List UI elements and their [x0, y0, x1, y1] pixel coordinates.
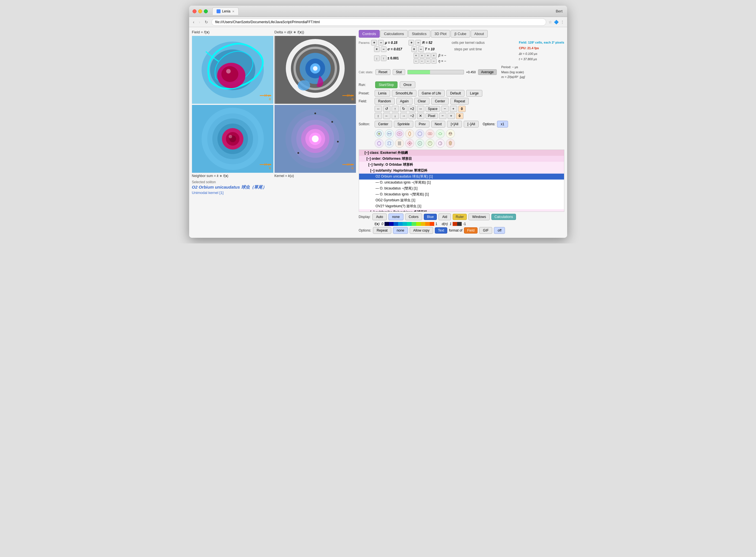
step-up-btn[interactable]: ↑ [381, 55, 387, 61]
field-again-btn[interactable]: Again [396, 98, 413, 105]
display-colors-btn[interactable]: Colors [405, 213, 422, 220]
minus-btn1[interactable]: − [441, 106, 449, 112]
beta-minus4[interactable]: − [431, 59, 436, 64]
delta-canvas[interactable]: 10 px R [274, 36, 356, 104]
soliton-icon-1[interactable] [374, 129, 384, 138]
zero-btn1[interactable]: 0 [458, 106, 466, 112]
sigma-minus-btn[interactable]: − [381, 47, 387, 52]
tab-close-button[interactable]: ✕ [232, 10, 234, 13]
sigma-plus-btn[interactable]: + [374, 47, 380, 52]
soliton-icon-14[interactable] [425, 139, 434, 148]
list-item-bicaudatus-ignis[interactable]: — O. bicaudatus ignis ~(雙尾焰) [1] [359, 192, 564, 197]
beta-plus1[interactable]: + [414, 53, 419, 58]
maximize-button[interactable] [204, 9, 208, 13]
rotate-ccw-btn[interactable]: ↺ [383, 106, 390, 112]
field-random-btn[interactable]: Random [374, 98, 395, 105]
move-right-btn[interactable]: → [400, 113, 407, 119]
tab-betacube[interactable]: β Cube [451, 30, 470, 38]
soliton-icon-2[interactable] [385, 129, 394, 138]
start-stop-btn[interactable]: Start/Stop [375, 82, 397, 88]
species-list[interactable]: [−] class: Exokernel 外核綱 [−] order: Orbi… [359, 150, 564, 212]
options-repeat-btn[interactable]: Repeat [373, 227, 391, 234]
soliton-icon-6[interactable] [425, 129, 434, 138]
soliton-next-btn[interactable]: Next [431, 121, 446, 127]
scale-div2-btn[interactable]: ÷2 [409, 113, 416, 119]
step-down-btn[interactable]: ↓ [374, 55, 380, 61]
preset-gameoflife-btn[interactable]: Game of Life [418, 90, 445, 97]
soliton-icon-12[interactable] [405, 139, 414, 148]
R-plus-btn[interactable]: + [409, 40, 414, 46]
beta-minus1[interactable]: − [414, 59, 419, 64]
soliton-icon-11[interactable] [395, 139, 404, 148]
soliton-sprinkle-btn[interactable]: Sprinkle [394, 121, 413, 127]
soliton-icon-15[interactable] [436, 139, 445, 148]
display-none-btn[interactable]: none [389, 213, 403, 220]
mu-minus-btn[interactable]: − [378, 40, 384, 46]
plus-btn1[interactable]: + [450, 106, 457, 112]
options-none-btn[interactable]: none [393, 227, 408, 234]
field-center-btn[interactable]: Center [431, 98, 449, 105]
display-windows-btn[interactable]: Windows [468, 213, 490, 220]
list-item-subfamily2[interactable]: [−] subfamily: Polyorbinae 多球亞科 [359, 209, 564, 212]
back-button[interactable]: ‹ [192, 19, 195, 25]
soliton-options-x1[interactable]: x1 [497, 121, 508, 127]
soliton-icon-5[interactable] [415, 129, 424, 138]
minimize-button[interactable] [198, 9, 202, 13]
close-button[interactable] [192, 9, 196, 13]
list-item-vagorbium[interactable]: OV2? Vagorbium(?) 遊球虫 [1] [359, 203, 564, 209]
mu-plus-btn[interactable]: + [371, 40, 377, 46]
beta-plus3[interactable]: + [425, 53, 431, 58]
soliton-icon-4[interactable] [405, 129, 414, 138]
soliton-icon-13[interactable] [415, 139, 424, 148]
display-blue-btn[interactable]: Blue [424, 214, 437, 220]
kernel-canvas[interactable]: 10 px R [274, 105, 356, 173]
beta-plus2[interactable]: + [420, 53, 425, 58]
soliton-icon-8[interactable] [446, 129, 455, 138]
field-clear-btn[interactable]: Clear [414, 98, 430, 105]
list-item-unicaudatus-ignis[interactable]: — O. unicaudatus ignis ~(單尾焰) [1] [359, 179, 564, 185]
preset-smoothlife-btn[interactable]: SmoothLife [392, 90, 417, 97]
plus-btn2[interactable]: + [448, 113, 455, 119]
settings-icon[interactable]: ⋮ [561, 20, 564, 24]
soliton-icon-7[interactable] [436, 129, 445, 138]
tab-calculations[interactable]: Calculations [380, 30, 408, 38]
list-item-orbium-selected[interactable]: O2 Orbium unicaudatus 球虫(單尾) [1] [359, 174, 564, 179]
forward-button[interactable]: › [198, 19, 201, 25]
preset-lenia-btn[interactable]: Lenia [374, 90, 390, 97]
display-ruler-btn[interactable]: Ruler [453, 214, 467, 220]
soliton-icon-16[interactable] [446, 139, 455, 148]
move-up-btn[interactable]: ↑ [392, 106, 399, 112]
extension-icon[interactable]: 🔷 [554, 20, 559, 24]
tab-controls[interactable]: Controls [359, 30, 380, 38]
display-aid-btn[interactable]: Aid [439, 213, 451, 220]
move-left-btn[interactable]: ← [383, 113, 390, 119]
list-item-bicaudatus[interactable]: — O. bicaudatus ~(雙尾) [1] [359, 185, 564, 192]
soliton-icon-9[interactable] [374, 139, 384, 148]
options-text-btn[interactable]: Text [435, 227, 447, 234]
once-btn[interactable]: Once [400, 82, 415, 88]
browser-tab[interactable]: Lenia ✕ [212, 7, 239, 15]
list-item-order[interactable]: [−] order: Orbiformes 球形目 [359, 156, 564, 162]
options-off-btn[interactable]: off [494, 227, 505, 234]
list-item-gyrorbium[interactable]: OG2 Gyrorbium 旋球虫 [1] [359, 197, 564, 203]
rotate-cw-btn[interactable]: ↻ [400, 106, 407, 112]
tab-3dplot[interactable]: 3D Plot [431, 30, 450, 38]
T-plus-btn[interactable]: + [411, 47, 417, 52]
display-auto-btn[interactable]: Auto [372, 213, 387, 220]
preset-large-btn[interactable]: Large [466, 90, 482, 97]
list-item-subfamily1[interactable]: [−] subfamily: Haplorbinae 單球亞科 [359, 168, 564, 174]
minus-btn2[interactable]: − [439, 113, 446, 119]
beta-minus3[interactable]: − [425, 59, 431, 64]
url-input[interactable] [211, 19, 546, 26]
display-calculations-btn[interactable]: Calculations [491, 214, 516, 220]
tab-statistics[interactable]: Statistics [408, 30, 430, 38]
move-down-btn[interactable]: ↓ [392, 113, 399, 119]
soliton-icon-10[interactable] [385, 139, 394, 148]
clear-x-btn[interactable]: ✕ [417, 113, 424, 119]
bookmark-icon[interactable]: ☆ [548, 20, 552, 24]
flip-h-btn[interactable]: ↔ [417, 106, 424, 112]
options-gif-btn[interactable]: GIF [479, 227, 492, 234]
move-updown-btn[interactable]: ↕ [374, 113, 382, 119]
list-item-family[interactable]: [−] family: O Orbidae 球形科 [359, 162, 564, 168]
space-btn[interactable]: Space [425, 106, 440, 112]
